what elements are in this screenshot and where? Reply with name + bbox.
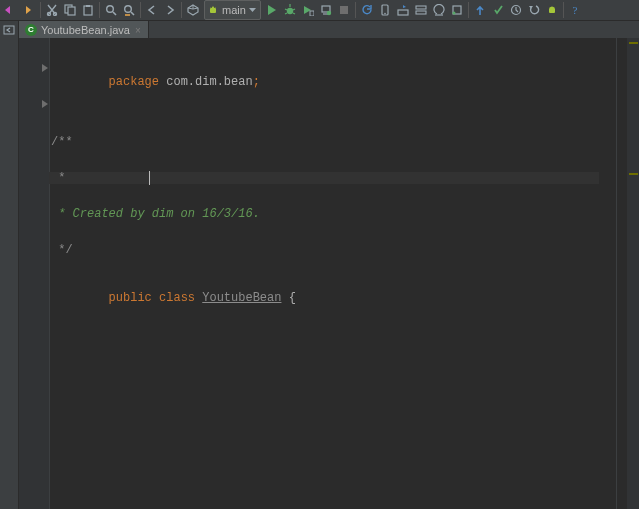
sync-gradle-icon[interactable] [358, 1, 376, 19]
svg-point-8 [125, 6, 132, 13]
svg-point-22 [327, 11, 331, 15]
fold-toggle-icon[interactable] [41, 100, 49, 108]
svg-rect-26 [398, 10, 408, 15]
svg-line-18 [285, 13, 287, 14]
svg-line-17 [293, 9, 295, 10]
separator [40, 2, 41, 18]
warning-stripe-marker[interactable] [629, 173, 638, 175]
svg-rect-23 [340, 6, 348, 14]
android-icon [207, 4, 219, 16]
svg-line-19 [293, 13, 295, 14]
stop-icon[interactable] [335, 1, 353, 19]
vcs-update-icon[interactable] [471, 1, 489, 19]
debug-icon[interactable] [281, 1, 299, 19]
android-robot-icon[interactable] [543, 1, 561, 19]
svg-point-6 [107, 6, 114, 13]
separator [563, 2, 564, 18]
javadoc-open: /** [51, 135, 73, 149]
code-editor[interactable]: package com.dim.bean; /** * * Created by… [19, 38, 639, 509]
svg-rect-3 [68, 7, 75, 15]
editor-gutter[interactable] [19, 38, 50, 509]
undo-arrow-icon[interactable] [2, 1, 20, 19]
javadoc-line: * [51, 171, 65, 185]
package-name: com.dim.bean [166, 75, 252, 89]
keyword-public: public [109, 291, 152, 305]
vcs-commit-icon[interactable] [489, 1, 507, 19]
svg-point-14 [287, 8, 293, 14]
run-config-label: main [222, 5, 246, 16]
svg-rect-20 [310, 11, 314, 16]
attach-debugger-icon[interactable] [317, 1, 335, 19]
text-caret [149, 171, 150, 185]
warning-stripe-marker[interactable] [629, 42, 638, 44]
svg-point-31 [452, 12, 455, 15]
javadoc-author-line: * Created by dim on 16/3/16. [51, 207, 260, 221]
cut-icon[interactable] [43, 1, 61, 19]
hide-toolwindows-icon [3, 24, 15, 36]
right-margin-guide [616, 38, 617, 509]
svg-rect-33 [549, 8, 555, 13]
run-configuration-selector[interactable]: main [204, 0, 261, 20]
svg-rect-11 [210, 8, 216, 13]
javadoc-close: */ [51, 243, 73, 257]
vcs-history-icon[interactable] [507, 1, 525, 19]
semicolon: ; [253, 75, 260, 89]
svg-line-9 [131, 12, 134, 15]
help-icon[interactable]: ? [566, 1, 584, 19]
find-icon[interactable] [102, 1, 120, 19]
class-name: YoutubeBean [202, 291, 281, 305]
fold-toggle-icon[interactable] [41, 64, 49, 72]
keyword-class: class [159, 291, 195, 305]
close-tab-icon[interactable]: × [134, 25, 142, 36]
svg-rect-28 [416, 11, 426, 14]
tab-title: YoutubeBean.java [41, 24, 130, 36]
run-icon[interactable] [263, 1, 281, 19]
layout-inspector-icon[interactable] [430, 1, 448, 19]
copy-icon[interactable] [61, 1, 79, 19]
separator [99, 2, 100, 18]
toolwindow-strip-toggle[interactable] [0, 21, 19, 39]
svg-line-16 [285, 9, 287, 10]
svg-point-12 [211, 7, 212, 8]
svg-line-7 [113, 12, 116, 15]
replace-icon[interactable] [120, 1, 138, 19]
vcs-revert-icon[interactable] [525, 1, 543, 19]
svg-point-13 [214, 7, 215, 8]
editor-tab-youtubebean[interactable]: C YoutubeBean.java × [19, 21, 149, 39]
separator [140, 2, 141, 18]
editor-area: package com.dim.bean; /** * * Created by… [0, 38, 639, 509]
avd-manager-icon[interactable] [376, 1, 394, 19]
run-with-coverage-icon[interactable] [299, 1, 317, 19]
chevron-down-icon [249, 8, 256, 13]
make-project-icon[interactable] [184, 1, 202, 19]
ddms-icon[interactable] [412, 1, 430, 19]
redo-arrow-icon[interactable] [20, 1, 38, 19]
separator [181, 2, 182, 18]
separator [355, 2, 356, 18]
profiler-icon[interactable] [448, 1, 466, 19]
svg-rect-35 [4, 26, 14, 34]
separator [468, 2, 469, 18]
forward-icon[interactable] [161, 1, 179, 19]
main-toolbar: main [0, 0, 639, 21]
back-icon[interactable] [143, 1, 161, 19]
svg-rect-4 [84, 6, 92, 15]
error-stripe[interactable] [627, 38, 639, 509]
code-content[interactable]: package com.dim.bean; /** * * Created by… [49, 38, 599, 509]
svg-rect-5 [86, 5, 90, 7]
paste-icon[interactable] [79, 1, 97, 19]
svg-rect-27 [416, 6, 426, 9]
java-class-icon: C [25, 24, 37, 36]
open-brace: { [289, 291, 296, 305]
svg-point-25 [384, 13, 386, 15]
left-toolwindow-strip[interactable] [0, 38, 19, 509]
sdk-manager-icon[interactable] [394, 1, 412, 19]
svg-text:?: ? [572, 4, 577, 16]
keyword-package: package [109, 75, 159, 89]
